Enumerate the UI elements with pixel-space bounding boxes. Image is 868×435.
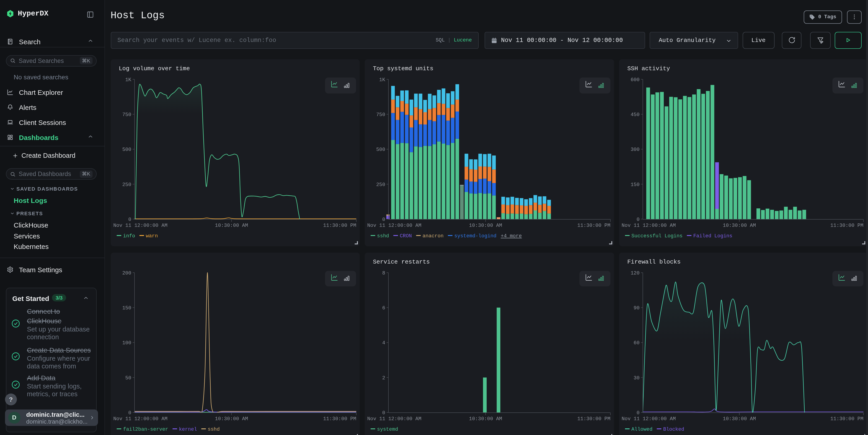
svg-text:11:30:00 PM: 11:30:00 PM [830,416,863,422]
svg-text:100: 100 [122,340,131,346]
svg-text:+4 more: +4 more [501,233,522,239]
svg-text:0: 0 [637,410,640,415]
svg-text:500: 500 [122,147,131,153]
svg-text:120: 120 [630,270,640,276]
svg-text:1K: 1K [125,77,131,83]
svg-text:0: 0 [637,217,640,222]
svg-text:0: 0 [382,217,385,222]
svg-text:Nov 11 12:00:00 AM: Nov 11 12:00:00 AM [113,223,167,228]
svg-text:Nov 11 12:00:00 AM: Nov 11 12:00:00 AM [113,416,167,422]
svg-text:500: 500 [376,147,385,153]
svg-text:750: 750 [122,112,131,118]
svg-text:250: 250 [376,182,385,188]
svg-text:10:30:00 AM: 10:30:00 AM [469,223,502,228]
svg-text:10:30:00 AM: 10:30:00 AM [215,416,248,422]
svg-text:systemd-logind: systemd-logind [454,233,496,239]
svg-text:90: 90 [634,305,640,311]
svg-text:600: 600 [630,77,640,83]
svg-text:0: 0 [128,410,131,415]
svg-text:1K: 1K [379,77,385,83]
svg-text:11:30:00 PM: 11:30:00 PM [578,223,611,228]
svg-text:150: 150 [630,182,640,188]
svg-text:6: 6 [382,305,385,311]
svg-text:Failed Logins: Failed Logins [693,233,733,239]
svg-text:0: 0 [128,217,131,222]
svg-text:10:30:00 AM: 10:30:00 AM [469,416,502,422]
svg-text:50: 50 [125,375,131,381]
svg-text:anacron: anacron [423,233,443,239]
svg-text:2: 2 [382,375,385,381]
svg-text:Nov 11 12:00:00 AM: Nov 11 12:00:00 AM [367,223,422,228]
svg-text:kernel: kernel [179,426,197,432]
svg-text:Nov 11 12:00:00 AM: Nov 11 12:00:00 AM [367,416,422,422]
svg-text:11:30:00 PM: 11:30:00 PM [323,416,356,422]
svg-text:8: 8 [382,270,385,276]
svg-text:info: info [123,233,135,239]
svg-text:sshd: sshd [208,426,219,432]
svg-text:warn: warn [146,233,158,239]
svg-text:systemd: systemd [377,426,398,432]
svg-text:Nov 11 12:00:00 AM: Nov 11 12:00:00 AM [622,223,676,228]
svg-text:sshd: sshd [377,233,389,239]
svg-text:750: 750 [376,112,385,118]
svg-text:200: 200 [122,270,131,276]
svg-text:Blocked: Blocked [663,426,684,432]
svg-text:fail2ban-server: fail2ban-server [123,426,168,432]
svg-text:10:30:00 AM: 10:30:00 AM [723,416,756,422]
svg-text:4: 4 [382,340,385,346]
svg-text:300: 300 [630,147,640,153]
svg-text:450: 450 [630,112,640,118]
svg-text:11:30:00 PM: 11:30:00 PM [578,416,611,422]
svg-text:10:30:00 AM: 10:30:00 AM [723,223,756,228]
svg-text:0: 0 [382,410,385,415]
svg-text:30: 30 [634,375,640,381]
svg-text:Nov 11 12:00:00 AM: Nov 11 12:00:00 AM [622,416,676,422]
svg-text:Allowed: Allowed [631,426,652,432]
svg-text:11:30:00 PM: 11:30:00 PM [830,223,863,228]
svg-text:Successful Logins: Successful Logins [631,233,682,239]
svg-text:150: 150 [122,305,131,311]
svg-text:10:30:00 AM: 10:30:00 AM [215,223,248,228]
svg-text:250: 250 [122,182,131,188]
svg-text:60: 60 [634,340,640,346]
svg-text:11:30:00 PM: 11:30:00 PM [323,223,356,228]
svg-text:CRON: CRON [400,233,412,239]
